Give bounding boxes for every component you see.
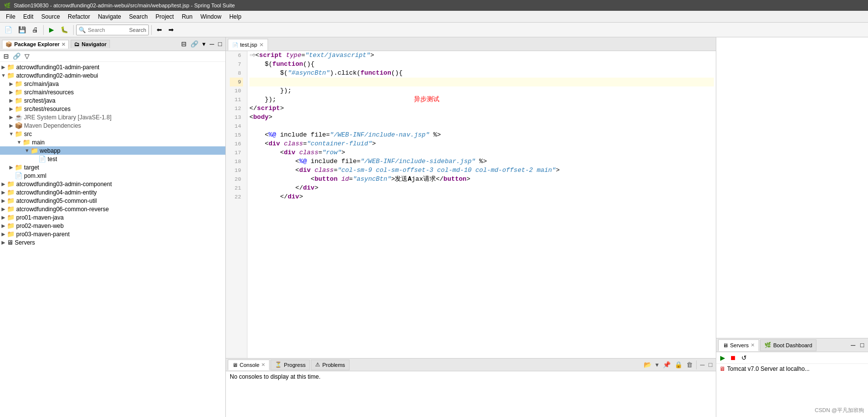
tree-item[interactable]: ▶📁pro02-maven-web	[0, 222, 225, 230]
tree-item[interactable]: ▶🖥Servers	[0, 238, 225, 247]
menu-item-navigate[interactable]: Navigate	[94, 12, 125, 21]
new-button[interactable]: 📄	[2, 25, 15, 35]
tab-progress[interactable]: ⏳ Progress	[271, 360, 310, 370]
menu-item-project[interactable]: Project	[152, 12, 178, 21]
tree-toggle-icon[interactable]: ▼	[16, 139, 23, 145]
menu-item-search[interactable]: Search	[125, 12, 152, 21]
tree-toggle-icon[interactable]: ▶	[0, 231, 7, 237]
tree-item[interactable]: ▶📁target	[0, 163, 225, 171]
minimize-console-button[interactable]: ─	[699, 361, 706, 369]
tree-item[interactable]: ▶📁pro03-maven-parent	[0, 230, 225, 238]
tab-boot-dashboard[interactable]: 🌿 Boot Dashboard	[760, 339, 817, 351]
menu-item-source[interactable]: Source	[37, 12, 64, 21]
tree-toggle-icon[interactable]: ▼	[8, 131, 15, 137]
tree-toggle-icon[interactable]: ▶	[0, 181, 7, 187]
tree-item[interactable]: ▼📁main	[0, 138, 225, 146]
restart-server-button[interactable]: ↺	[739, 353, 749, 362]
run-button[interactable]: ▶	[46, 25, 57, 35]
view-menu-button[interactable]: ▾	[201, 40, 207, 48]
code-editor[interactable]: 678910111213141516171819202122 ○⊖<script…	[226, 51, 716, 358]
debug-button[interactable]: 🐛	[58, 25, 71, 35]
pin-console-button[interactable]: 📌	[661, 361, 672, 369]
tab-test-jsp[interactable]: 📄 test.jsp ✕	[228, 39, 268, 51]
tree-toggle-icon[interactable]: ▶	[8, 81, 15, 86]
menu-item-help[interactable]: Help	[225, 12, 245, 21]
tree-toggle-icon[interactable]: ▶	[8, 89, 15, 95]
tree-item-icon: 📁	[7, 63, 15, 71]
tree-toggle-icon[interactable]: ▶	[8, 123, 15, 128]
menu-item-window[interactable]: Window	[196, 12, 225, 21]
tree-toggle-icon[interactable]: ▼	[0, 73, 7, 78]
tree-item[interactable]: ▶☕JRE System Library [JavaSE-1.8]	[0, 113, 225, 121]
menu-item-run[interactable]: Run	[178, 12, 196, 21]
tree-item[interactable]: ▼📁atcrowdfunding02-admin-webui	[0, 71, 225, 80]
start-server-button[interactable]: ▶	[718, 353, 727, 362]
minimize-left-button[interactable]: ─	[208, 40, 216, 48]
tree-toggle-icon[interactable]: ▶	[0, 64, 7, 70]
tree-toggle-icon[interactable]: ▶	[8, 106, 15, 111]
menu-item-file[interactable]: File	[2, 12, 19, 21]
scroll-lock-button[interactable]: 🔒	[673, 361, 684, 369]
tree-item[interactable]: ▶📁atcrowdfunding01-admin-parent	[0, 63, 225, 71]
tree-item[interactable]: 📄test	[0, 155, 225, 163]
tree-item[interactable]: 📄pom.xml	[0, 171, 225, 180]
tree-toggle-icon[interactable]: ▼	[24, 148, 30, 153]
filter-button[interactable]: ▽	[23, 52, 31, 60]
tree-item[interactable]: ▶📁atcrowdfunding05-common-util	[0, 196, 225, 205]
tree-item[interactable]: ▶📁src/main/java	[0, 80, 225, 88]
tree-item-icon: 📁	[7, 189, 15, 196]
tree-toggle-icon[interactable]: ▶	[0, 198, 7, 203]
link-editor-button[interactable]: 🔗	[189, 40, 200, 48]
navigate-back-button[interactable]: ⬅	[154, 25, 165, 35]
tree-item[interactable]: ▶📁src/main/resources	[0, 88, 225, 96]
display-selected-console-button[interactable]: ▾	[654, 361, 660, 369]
close-test-jsp-icon[interactable]: ✕	[259, 42, 264, 48]
tree-item[interactable]: ▶📁pro01-maven-java	[0, 213, 225, 222]
search-input[interactable]	[88, 27, 127, 33]
tree-toggle-icon[interactable]: ▶	[0, 190, 7, 195]
tree-item[interactable]: ▶📁src/test/java	[0, 96, 225, 105]
tree-item[interactable]: ▶📁atcrowdfunding04-admin-entity	[0, 188, 225, 196]
tree-item[interactable]: ▶📁atcrowdfunding06-common-reverse	[0, 205, 225, 213]
code-content[interactable]: ○⊖<script type="text/javascript"> $(func…	[247, 51, 716, 358]
close-console-icon[interactable]: ✕	[261, 362, 265, 367]
link-editor-tree-button[interactable]: 🔗	[11, 52, 22, 60]
print-button[interactable]: 🖨	[29, 25, 41, 35]
tab-navigator[interactable]: 🗂 Navigator	[71, 40, 110, 48]
save-button[interactable]: 💾	[16, 25, 28, 35]
menu-item-edit[interactable]: Edit	[19, 12, 37, 21]
tab-servers[interactable]: 🖥 Servers ✕	[718, 339, 759, 351]
menu-item-refactor[interactable]: Refactor	[64, 12, 94, 21]
tab-package-explorer[interactable]: 📦 Package Explorer ✕	[2, 40, 69, 49]
search-box: 🔍 Search	[76, 25, 149, 35]
navigate-forward-button[interactable]: ➡	[166, 25, 177, 35]
tree-toggle-icon[interactable]: ▶	[0, 206, 7, 212]
maximize-right-button[interactable]: □	[858, 340, 866, 350]
stop-server-button[interactable]: ⏹	[728, 353, 738, 362]
tree-toggle-icon[interactable]: ▶	[8, 165, 15, 170]
tree-item[interactable]: ▶📁atcrowdfunding03-admin-component	[0, 180, 225, 188]
clear-console-button[interactable]: 🗑	[685, 361, 694, 369]
tree-item[interactable]: ▼📁webapp	[0, 146, 225, 155]
tree-toggle-icon[interactable]: ▶	[8, 114, 15, 120]
tree-toggle-icon[interactable]: ▶	[0, 223, 7, 228]
code-plain: include file=	[307, 157, 360, 166]
tree-toggle-icon[interactable]: ▶	[0, 240, 7, 245]
maximize-console-button[interactable]: □	[707, 361, 714, 369]
minimize-right-button[interactable]: ─	[849, 340, 857, 350]
tree-toggle-icon[interactable]: ▶	[8, 98, 15, 103]
collapse-all-button[interactable]: ⊟	[180, 40, 188, 48]
close-package-explorer-icon[interactable]: ✕	[61, 42, 65, 47]
server-item-tomcat[interactable]: 🖥 Tomcat v7.0 Server at localho...	[716, 364, 868, 374]
tree-item-label: src/test/resources	[24, 106, 71, 112]
tab-console[interactable]: 🖥 Console ✕	[228, 360, 270, 370]
tab-problems[interactable]: ⚠ Problems	[311, 360, 349, 370]
tree-item[interactable]: ▶📁src/test/resources	[0, 105, 225, 113]
tree-toggle-icon[interactable]: ▶	[0, 215, 7, 220]
tree-item[interactable]: ▶📦Maven Dependencies	[0, 121, 225, 130]
collapse-all-tree-button[interactable]: ⊟	[2, 52, 10, 60]
open-console-button[interactable]: 📂	[642, 361, 653, 369]
tree-item[interactable]: ▼📁src	[0, 130, 225, 138]
maximize-left-button[interactable]: □	[217, 40, 223, 48]
close-servers-icon[interactable]: ✕	[751, 342, 755, 348]
